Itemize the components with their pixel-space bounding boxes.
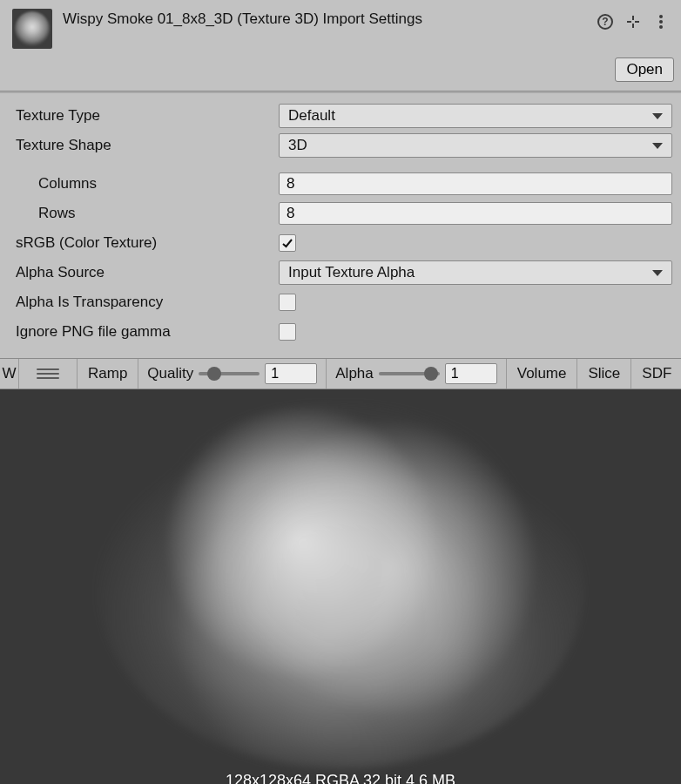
smoke-thumbnail [15, 11, 50, 46]
select-texture-type[interactable]: Default [279, 104, 672, 128]
row-alpha-source: Alpha Source Input Texture Alpha [16, 260, 672, 285]
svg-text:?: ? [602, 16, 608, 28]
select-texture-shape-value: 3D [288, 137, 307, 154]
label-rows: Rows [16, 205, 279, 222]
texture-preview[interactable]: 128x128x64 RGBA 32 bit 4.6 MB [0, 389, 681, 784]
label-texture-type: Texture Type [16, 107, 279, 125]
chevron-down-icon [652, 143, 663, 149]
slider-knob[interactable] [207, 367, 221, 381]
row-alpha-transparency: Alpha Is Transparency [16, 290, 672, 314]
import-settings-form: Texture Type Default Texture Shape 3D Co… [0, 93, 681, 358]
asset-thumbnail [12, 9, 52, 49]
label-alpha-source: Alpha Source [16, 264, 279, 281]
open-button-row: Open [0, 54, 681, 91]
alpha-slider[interactable] [379, 372, 440, 375]
kebab-icon[interactable] [653, 14, 669, 30]
row-ignore-png-gamma: Ignore PNG file gamma [16, 320, 672, 344]
toolbar-volume[interactable]: Volume [507, 359, 578, 389]
inspector-header: Wispy Smoke 01_8x8_3D (Texture 3D) Impor… [0, 0, 681, 54]
open-button[interactable]: Open [615, 57, 674, 82]
input-columns[interactable] [279, 172, 672, 195]
inspector-title: Wispy Smoke 01_8x8_3D (Texture 3D) Impor… [63, 10, 422, 27]
row-rows: Rows [16, 201, 672, 226]
svg-rect-4 [632, 16, 634, 20]
svg-rect-2 [627, 21, 631, 23]
toolbar-hamburger[interactable] [19, 359, 78, 389]
row-columns: Columns [16, 172, 672, 196]
svg-point-7 [659, 20, 663, 24]
label-alpha-transparency: Alpha Is Transparency [16, 294, 279, 311]
alpha-label: Alpha [335, 365, 373, 382]
select-alpha-source[interactable]: Input Texture Alpha [279, 260, 672, 285]
help-icon[interactable]: ? [597, 14, 613, 30]
spacer [16, 163, 672, 172]
preview-toolbar: W Ramp Quality Alpha Volume Slice SDF [0, 358, 681, 389]
toolbar-alpha: Alpha [327, 359, 506, 389]
checkbox-srgb[interactable] [279, 234, 296, 252]
checkbox-ignore-png-gamma[interactable] [279, 323, 296, 341]
select-texture-shape[interactable]: 3D [279, 133, 672, 158]
quality-value[interactable] [265, 363, 317, 384]
toolbar-slice[interactable]: Slice [577, 359, 631, 389]
quality-label: Quality [147, 365, 193, 382]
toolbar-ramp[interactable]: Ramp [78, 359, 138, 389]
preset-icon[interactable] [625, 14, 641, 30]
chevron-down-icon [652, 113, 663, 119]
toolbar-w[interactable]: W [0, 359, 19, 389]
title-wrap: Wispy Smoke 01_8x8_3D (Texture 3D) Impor… [63, 5, 597, 28]
toolbar-sdf[interactable]: SDF [631, 359, 681, 389]
smoke-render [97, 403, 584, 769]
chevron-down-icon [652, 270, 663, 276]
hamburger-icon [28, 368, 68, 379]
slider-knob[interactable] [424, 367, 438, 381]
row-texture-shape: Texture Shape 3D [16, 133, 672, 158]
svg-rect-5 [632, 24, 634, 28]
svg-point-6 [659, 15, 663, 18]
row-srgb: sRGB (Color Texture) [16, 231, 672, 255]
select-alpha-source-value: Input Texture Alpha [288, 264, 415, 281]
svg-rect-3 [635, 21, 639, 23]
label-ignore-png-gamma: Ignore PNG file gamma [16, 323, 279, 341]
row-texture-type: Texture Type Default [16, 104, 672, 128]
input-rows[interactable] [279, 202, 672, 225]
toolbar-quality: Quality [138, 359, 327, 389]
preview-info: 128x128x64 RGBA 32 bit 4.6 MB [0, 772, 681, 784]
label-columns: Columns [16, 175, 279, 193]
checkbox-alpha-transparency[interactable] [279, 294, 296, 311]
label-texture-shape: Texture Shape [16, 137, 279, 154]
label-srgb: sRGB (Color Texture) [16, 234, 279, 252]
quality-slider[interactable] [199, 372, 260, 375]
alpha-value[interactable] [445, 363, 497, 384]
select-texture-type-value: Default [288, 107, 335, 125]
svg-point-8 [659, 25, 663, 29]
header-icon-row: ? [597, 5, 674, 30]
